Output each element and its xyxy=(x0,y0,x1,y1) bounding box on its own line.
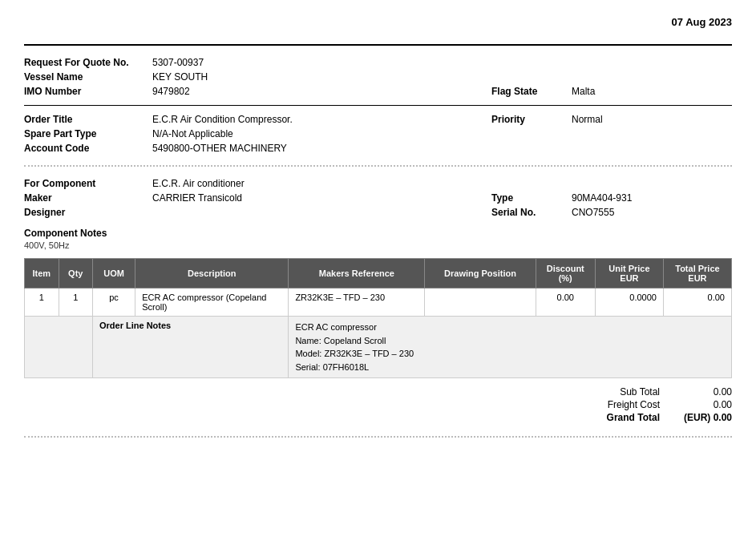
rfq-label: Request For Quote No. xyxy=(24,57,152,68)
grand-total-row: Grand Total (EUR) 0.00 xyxy=(491,412,732,423)
col-header-desc: Description xyxy=(135,259,289,289)
spare-part-row: Spare Part Type N/A-Not Applicable xyxy=(24,128,732,139)
cell-makers-ref: ZR32K3E – TFD – 230 xyxy=(289,289,425,317)
order-title-value: E.C.R Air Condition Compressor. xyxy=(152,114,491,125)
flag-state-label: Flag State xyxy=(491,86,572,97)
vessel-value: KEY SOUTH xyxy=(152,71,732,83)
flag-state-group: Flag State Malta xyxy=(491,86,732,97)
dotted-divider-1 xyxy=(24,165,732,167)
order-line-notes-row: Order Line Notes ECR AC compressorName: … xyxy=(25,317,732,378)
account-code-value: 5490800-OTHER MACHINERY xyxy=(152,143,732,154)
col-header-makers: Makers Reference xyxy=(289,259,425,289)
serial-no-label: Serial No. xyxy=(491,207,572,218)
freight-cost-label: Freight Cost xyxy=(491,399,676,410)
component-section: For Component E.C.R. Air conditioner Mak… xyxy=(24,178,732,218)
account-code-row: Account Code 5490800-OTHER MACHINERY xyxy=(24,143,732,154)
totals-section: Sub Total 0.00 Freight Cost 0.00 Grand T… xyxy=(24,386,732,425)
flag-state-value: Malta xyxy=(572,86,732,97)
type-label: Type xyxy=(491,192,572,204)
cell-discount: 0.00 xyxy=(536,289,595,317)
grand-total-value: (EUR) 0.00 xyxy=(676,412,732,423)
notes-label-cell: Order Line Notes xyxy=(93,317,289,378)
col-header-total: Total Price EUR xyxy=(663,259,731,289)
priority-group: Priority Normal xyxy=(491,114,732,125)
for-component-value: E.C.R. Air conditioner xyxy=(152,178,732,189)
spare-part-value: N/A-Not Applicable xyxy=(152,128,732,139)
sub-total-row: Sub Total 0.00 xyxy=(491,386,732,398)
component-notes-title: Component Notes xyxy=(24,228,732,239)
account-code-label: Account Code xyxy=(24,143,152,154)
col-header-unit: Unit Price EUR xyxy=(595,259,663,289)
cell-drawing xyxy=(425,289,536,317)
notes-content-cell: ECR AC compressorName: Copeland ScrollMo… xyxy=(289,317,732,378)
notes-spacer xyxy=(25,317,93,378)
sub-total-value: 0.00 xyxy=(676,386,732,398)
cell-total-price: 0.00 xyxy=(663,289,731,317)
notes-content: ECR AC compressorName: Copeland ScrollMo… xyxy=(295,322,414,372)
priority-label: Priority xyxy=(491,114,572,125)
order-info-section: Order Title E.C.R Air Condition Compress… xyxy=(24,114,732,154)
rfq-row: Request For Quote No. 5307-00937 xyxy=(24,57,732,68)
freight-cost-value: 0.00 xyxy=(676,399,732,410)
order-line-notes-label: Order Line Notes xyxy=(99,321,171,330)
component-notes-section: Component Notes 400V, 50Hz xyxy=(24,228,732,250)
table-row: 1 1 pc ECR AC compressor (Copeland Scrol… xyxy=(25,289,732,317)
freight-cost-row: Freight Cost 0.00 xyxy=(491,399,732,410)
order-title-label: Order Title xyxy=(24,114,152,125)
info-section: Request For Quote No. 5307-00937 Vessel … xyxy=(24,57,732,97)
imo-value: 9479802 xyxy=(152,86,491,97)
rfq-value: 5307-00937 xyxy=(152,57,732,68)
cell-item: 1 xyxy=(25,289,59,317)
priority-value: Normal xyxy=(572,114,732,125)
sub-total-label: Sub Total xyxy=(491,386,676,398)
designer-label: Designer xyxy=(24,207,152,218)
col-header-uom: UOM xyxy=(93,259,135,289)
component-notes-text: 400V, 50Hz xyxy=(24,240,732,250)
imo-label: IMO Number xyxy=(24,86,152,97)
section-divider-1 xyxy=(24,105,732,106)
document-date: 07 Aug 2023 xyxy=(24,16,732,28)
type-group: Type 90MA404-931 xyxy=(491,192,732,204)
serial-no-group: Serial No. CNO7555 xyxy=(491,207,732,218)
col-header-drawing: Drawing Position xyxy=(425,259,536,289)
bottom-dotted-divider xyxy=(24,436,732,438)
designer-row: Designer Serial No. CNO7555 xyxy=(24,207,732,218)
for-component-row: For Component E.C.R. Air conditioner xyxy=(24,178,732,189)
cell-desc: ECR AC compressor (Copeland Scroll) xyxy=(135,289,289,317)
cell-unit-price: 0.0000 xyxy=(595,289,663,317)
maker-label: Maker xyxy=(24,192,152,204)
maker-row: Maker CARRIER Transicold Type 90MA404-93… xyxy=(24,192,732,204)
cell-qty: 1 xyxy=(59,289,93,317)
cell-uom: pc xyxy=(93,289,135,317)
imo-row: IMO Number 9479802 Flag State Malta xyxy=(24,86,732,97)
col-header-discount: Discount (%) xyxy=(536,259,595,289)
table-header-row: Item Qty UOM Description Makers Referenc… xyxy=(25,259,732,289)
col-header-qty: Qty xyxy=(59,259,93,289)
top-divider xyxy=(24,44,732,46)
order-title-row: Order Title E.C.R Air Condition Compress… xyxy=(24,114,732,125)
maker-value: CARRIER Transicold xyxy=(152,192,491,204)
type-value: 90MA404-931 xyxy=(572,192,732,204)
spare-part-label: Spare Part Type xyxy=(24,128,152,139)
grand-total-label: Grand Total xyxy=(491,412,676,423)
vessel-label: Vessel Name xyxy=(24,71,152,83)
for-component-label: For Component xyxy=(24,178,152,189)
items-table: Item Qty UOM Description Makers Referenc… xyxy=(24,258,732,378)
vessel-row: Vessel Name KEY SOUTH xyxy=(24,71,732,83)
col-header-item: Item xyxy=(25,259,59,289)
serial-no-value: CNO7555 xyxy=(572,207,732,218)
